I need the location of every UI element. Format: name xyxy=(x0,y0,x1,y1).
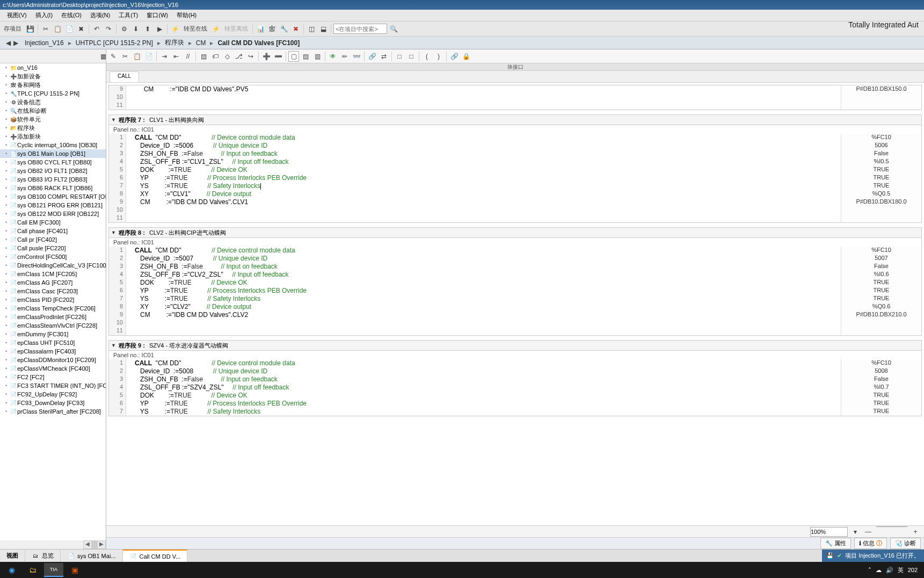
network-header[interactable]: ▼程序段 7 :CLV1 - 出料阀换向阀 xyxy=(108,114,922,125)
tray-up-icon[interactable]: ˄ xyxy=(868,567,871,574)
cut-icon[interactable]: ✂ xyxy=(40,24,51,34)
redo-icon[interactable]: ↷ xyxy=(103,24,114,34)
ed-cut-icon[interactable]: ✂ xyxy=(120,51,130,62)
list-icon[interactable]: ▦ xyxy=(98,51,106,62)
code-block[interactable]: 1234567891011 CALL "CM DD" // Device con… xyxy=(108,134,922,223)
scroll-right-icon[interactable]: ▶ xyxy=(97,540,106,549)
device-icon[interactable]: 🔧 xyxy=(279,24,289,34)
go-offline-button[interactable]: 转至离线 xyxy=(222,25,250,33)
ed-comment-icon[interactable]: // xyxy=(183,51,193,62)
sidebar-item-21[interactable]: •📄Call pusle [FC220] xyxy=(0,244,106,252)
menu-insert[interactable]: 插入(I) xyxy=(31,11,57,19)
ed-sub-icon[interactable]: ➖ xyxy=(273,51,283,62)
sidebar-scrollbar-h[interactable]: ◀ ▶ xyxy=(0,540,106,549)
code-block[interactable]: 1234567891011 CALL "CM DD" // Device con… xyxy=(108,247,922,336)
sidebar-item-18[interactable]: •📄Call EM [FC300] xyxy=(0,218,106,227)
network-header[interactable]: ▼程序段 8 :CLV2 - 出料阀CIP进气动蝶阀 xyxy=(108,227,922,238)
tab-diagnostics[interactable]: 🩺诊断 xyxy=(890,538,921,549)
menu-help[interactable]: 帮助(H) xyxy=(172,11,201,19)
sidebar-item-12[interactable]: •📄sys OB82 I/O FLT1 [OB82] xyxy=(0,167,106,175)
menu-window[interactable]: 窗口(W) xyxy=(142,11,172,19)
ed-view3-icon[interactable]: ▥ xyxy=(312,51,323,62)
topology-icon[interactable]: 📊 xyxy=(255,24,266,34)
sidebar-item-7[interactable]: •📂程序块 xyxy=(0,124,106,132)
save-project-button[interactable]: 存项目 xyxy=(2,25,24,33)
ed-lock-icon[interactable]: 🔒 xyxy=(461,51,471,62)
sidebar-item-14[interactable]: •📄sys OB86 RACK FLT [OB86] xyxy=(0,184,106,192)
ed-xref-icon[interactable]: ⇄ xyxy=(379,51,389,62)
undo-icon[interactable]: ↶ xyxy=(91,24,102,34)
bc-2[interactable]: 程序块 xyxy=(165,38,184,47)
sidebar-item-8[interactable]: •➕添加新块 xyxy=(0,132,106,141)
project-search-input[interactable] xyxy=(333,24,387,34)
sidebar-item-37[interactable]: •📄FC3 START TIMER (INT_NO) [FC3] xyxy=(0,381,106,390)
sidebar-item-23[interactable]: •📄DirectHoldingCellCalc_V3 [FC1000] xyxy=(0,261,106,270)
sidebar-item-25[interactable]: •📄emClass AG [FC207] xyxy=(0,278,106,287)
explorer-icon[interactable]: 🗂 xyxy=(23,563,42,577)
ed-outdent-icon[interactable]: ⇤ xyxy=(171,51,181,62)
scroll-left-icon[interactable]: ◀ xyxy=(83,540,92,549)
bc-0[interactable]: Injection_V16 xyxy=(25,39,64,47)
ed-glasses-icon[interactable]: 👓 xyxy=(351,51,362,62)
ed-open-icon[interactable]: ( xyxy=(421,51,432,62)
code-content[interactable]: CALL "CM DD" // Device control module da… xyxy=(126,359,841,416)
ed-label-icon[interactable]: 🏷 xyxy=(210,51,221,62)
sidebar-item-4[interactable]: •⚙设备组态 xyxy=(0,98,106,106)
sidebar-item-9[interactable]: •📄Cyclic interrupt_100ms [OB30] xyxy=(0,141,106,149)
ed-network-icon[interactable]: ▤ xyxy=(198,51,209,62)
code-content[interactable]: CALL "CM DD" // Device control module da… xyxy=(126,134,841,222)
tab-properties[interactable]: 🔧属性 xyxy=(820,538,851,549)
sidebar-item-40[interactable]: •📄prClass SterilPart_after [FC208] xyxy=(0,407,106,416)
close-icon[interactable]: ✖ xyxy=(290,24,301,34)
split-h-icon[interactable]: ◫ xyxy=(306,24,317,34)
code-block-prefix[interactable]: 91011 CM :="IDB CM DD Valves".PV5P#DB10.… xyxy=(108,85,922,110)
ed-modify-icon[interactable]: ✏ xyxy=(339,51,350,62)
tray-ime[interactable]: 英 xyxy=(898,566,904,574)
sidebar-item-15[interactable]: •📄sys OB100 COMPL RESTART [OB100] xyxy=(0,192,106,201)
bc-1[interactable]: UHTPLC [CPU 1515-2 PN] xyxy=(76,39,153,47)
code-content[interactable]: CALL "CM DD" // Device control module da… xyxy=(126,247,841,335)
menu-view[interactable]: 视图(V) xyxy=(3,11,31,19)
menu-online[interactable]: 在线(O) xyxy=(57,11,86,19)
split-v-icon[interactable]: ⬓ xyxy=(318,24,329,34)
sidebar-item-20[interactable]: •📄Call pr [FC402] xyxy=(0,235,106,244)
ed-view1-icon[interactable]: ▢ xyxy=(288,51,299,62)
ed-t2-icon[interactable]: □ xyxy=(406,51,417,62)
ed-if-icon[interactable]: ◇ xyxy=(222,51,232,62)
network-header[interactable]: ▼程序段 9 :SZV4 - 塔水进冷凝器气动蝶阀 xyxy=(108,340,922,351)
edge-icon[interactable]: ◉ xyxy=(2,563,21,577)
collapse-icon[interactable]: ▼ xyxy=(111,343,119,348)
bc-back-icon[interactable]: ◀ xyxy=(4,38,12,48)
sidebar-item-10[interactable]: •📄sys OB1 Main Loop [OB1] xyxy=(0,149,106,158)
ed-t1-icon[interactable]: □ xyxy=(394,51,405,62)
download-icon[interactable]: ⬇ xyxy=(130,24,141,34)
sidebar-item-19[interactable]: •📄Call phase [FC401] xyxy=(0,227,106,235)
sidebar-item-27[interactable]: •📄emClass PID [FC202] xyxy=(0,295,106,304)
code-content[interactable]: CM :="IDB CM DD Valves".PV5 xyxy=(126,85,841,110)
bottom-tab-1[interactable]: 📄sys OB1 Mai... xyxy=(61,550,123,562)
editor-split-label[interactable]: 块接口 xyxy=(106,63,924,71)
menu-options[interactable]: 选项(N) xyxy=(86,11,114,19)
ed-monitor-icon[interactable]: 👁 xyxy=(328,51,338,62)
sidebar-item-1[interactable]: •➕加新设备 xyxy=(0,72,106,81)
network-icon[interactable]: 🕸 xyxy=(267,24,278,34)
delete-icon[interactable]: ✖ xyxy=(76,24,86,34)
bottom-tab-2[interactable]: 📄Call CM DD V... xyxy=(123,550,188,562)
sidebar-item-39[interactable]: •📄FC93_DownDelay [FC93] xyxy=(0,399,106,407)
sidebar-item-6[interactable]: •📦软件单元 xyxy=(0,115,106,124)
ed-insert-icon[interactable]: ✎ xyxy=(108,51,119,62)
sidebar-item-30[interactable]: •📄emClassSteamVlvCtrl [FC228] xyxy=(0,321,106,330)
sidebar-item-16[interactable]: •📄sys OB121 PROG ERR [OB121] xyxy=(0,201,106,209)
ed-paste-icon[interactable]: 📄 xyxy=(143,51,154,62)
zoom-slider[interactable] xyxy=(876,526,908,537)
collapse-icon[interactable]: ▼ xyxy=(111,117,119,122)
ed-branch-icon[interactable]: ⎇ xyxy=(234,51,244,62)
tab-call[interactable]: CALL xyxy=(110,71,139,82)
go-online-icon[interactable]: ⚡ xyxy=(170,24,180,34)
editor-body[interactable]: 91011 CM :="IDB CM DD Valves".PV5P#DB10.… xyxy=(106,83,924,525)
search-icon[interactable]: 🔍 xyxy=(388,24,399,34)
sidebar-item-17[interactable]: •📄sys OB122 MOD ERR [OB122] xyxy=(0,209,106,218)
sidebar-item-5[interactable]: •🔍在线和诊断 xyxy=(0,106,106,115)
menu-tools[interactable]: 工具(T) xyxy=(114,11,142,19)
sidebar-item-35[interactable]: •📄epClassVMCheack [FC400] xyxy=(0,364,106,373)
